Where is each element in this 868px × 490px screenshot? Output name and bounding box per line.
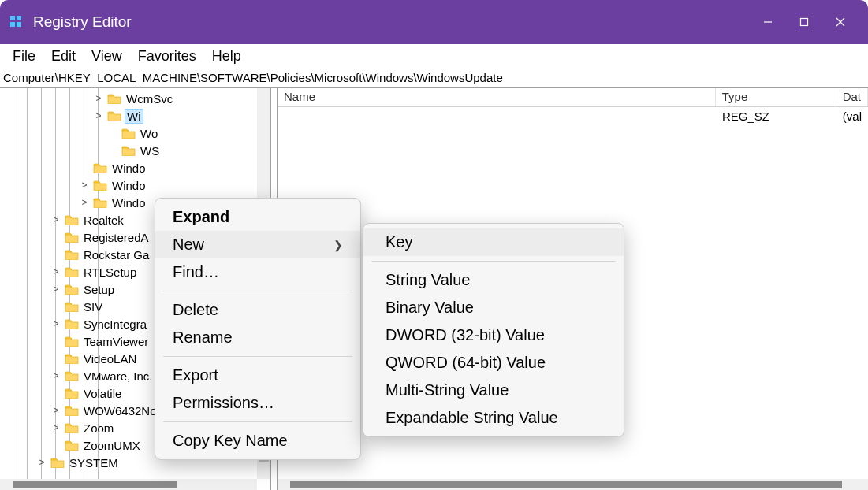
- menu-item[interactable]: Delete: [155, 296, 360, 324]
- menu-item[interactable]: Key: [363, 228, 624, 256]
- folder-icon: [121, 128, 136, 139]
- folder-icon: [93, 197, 107, 208]
- list-row[interactable]: REG_SZ(val: [278, 107, 868, 124]
- folder-icon: [65, 388, 79, 399]
- tree-item[interactable]: >Wo: [0, 124, 270, 142]
- menu-item[interactable]: Export: [155, 362, 360, 389]
- svg-rect-2: [10, 22, 15, 27]
- tree-item[interactable]: >Windo: [0, 159, 270, 176]
- chevron-right-icon[interactable]: >: [50, 318, 61, 329]
- menu-item[interactable]: New❯: [155, 231, 360, 258]
- menu-item[interactable]: Permissions…: [155, 389, 360, 417]
- list-body[interactable]: REG_SZ(val: [278, 107, 868, 124]
- menu-item-label: Key: [386, 233, 412, 251]
- chevron-right-icon[interactable]: >: [50, 249, 61, 260]
- chevron-right-icon[interactable]: >: [50, 301, 61, 312]
- menu-item[interactable]: Copy Key Name: [155, 427, 360, 455]
- chevron-right-icon: ❯: [333, 239, 343, 251]
- tree-horizontal-scrollbar[interactable]: [0, 479, 257, 490]
- tree-item-label: WcmSvc: [125, 92, 174, 106]
- menu-view[interactable]: View: [84, 46, 130, 67]
- folder-icon: [65, 232, 79, 243]
- chevron-right-icon[interactable]: >: [107, 128, 118, 139]
- column-type[interactable]: Type: [716, 88, 836, 106]
- menu-item-label: Expand: [173, 208, 229, 226]
- menu-file[interactable]: File: [5, 46, 43, 67]
- close-button[interactable]: [822, 9, 859, 35]
- menu-edit[interactable]: Edit: [43, 46, 84, 67]
- chevron-right-icon[interactable]: >: [50, 266, 61, 277]
- tree-item-label: RegisteredA: [82, 231, 151, 244]
- folder-icon: [65, 301, 79, 312]
- folder-icon: [107, 110, 121, 121]
- chevron-right-icon[interactable]: >: [79, 197, 90, 208]
- tree-item-label: RTLSetup: [82, 265, 138, 279]
- menu-item[interactable]: String Value: [363, 266, 624, 294]
- menu-item[interactable]: QWORD (64-bit) Value: [363, 349, 624, 377]
- folder-icon: [93, 162, 107, 173]
- menu-item[interactable]: DWORD (32-bit) Value: [363, 321, 624, 349]
- chevron-right-icon[interactable]: >: [50, 388, 61, 399]
- chevron-right-icon[interactable]: >: [50, 232, 61, 243]
- menu-separator: [371, 261, 616, 262]
- list-horizontal-scrollbar[interactable]: [278, 479, 868, 490]
- folder-icon: [121, 145, 136, 156]
- folder-icon: [50, 457, 65, 468]
- menu-item-label: QWORD (64-bit) Value: [386, 354, 546, 372]
- tree-item-label: Windo: [110, 161, 147, 175]
- column-name[interactable]: Name: [278, 88, 716, 106]
- chevron-right-icon[interactable]: >: [50, 214, 61, 225]
- menu-item-label: Copy Key Name: [173, 432, 288, 450]
- cell-data: (val: [836, 110, 868, 123]
- list-header: Name Type Dat: [278, 88, 868, 107]
- tree-context-submenu-new: KeyString ValueBinary ValueDWORD (32-bit…: [363, 223, 624, 437]
- chevron-right-icon[interactable]: >: [79, 180, 90, 191]
- chevron-right-icon[interactable]: >: [50, 422, 61, 433]
- menu-item[interactable]: Expandable String Value: [363, 404, 624, 432]
- menu-item[interactable]: Multi-String Value: [363, 377, 624, 404]
- tree-item-label: Wo: [139, 127, 159, 140]
- menu-item[interactable]: Expand: [155, 203, 360, 231]
- menu-item[interactable]: Binary Value: [363, 294, 624, 321]
- menu-separator: [163, 291, 352, 291]
- menu-item-label: DWORD (32-bit) Value: [386, 326, 545, 344]
- chevron-right-icon[interactable]: >: [50, 284, 61, 295]
- folder-icon: [65, 284, 79, 295]
- column-data[interactable]: Dat: [836, 88, 868, 106]
- menubar: File Edit View Favorites Help: [0, 44, 868, 69]
- tree-item[interactable]: >Wi: [0, 107, 270, 124]
- chevron-right-icon[interactable]: >: [107, 145, 118, 156]
- tree-item[interactable]: >WS: [0, 142, 270, 159]
- menu-item[interactable]: Rename: [155, 324, 360, 351]
- tree-context-menu: ExpandNew❯Find…DeleteRenameExportPermiss…: [155, 198, 361, 460]
- chevron-right-icon[interactable]: >: [50, 336, 61, 347]
- address-bar[interactable]: Computer\HKEY_LOCAL_MACHINE\SOFTWARE\Pol…: [0, 69, 868, 88]
- folder-icon: [65, 214, 79, 225]
- chevron-right-icon[interactable]: >: [50, 440, 61, 451]
- maximize-button[interactable]: [786, 9, 822, 35]
- chevron-right-icon[interactable]: >: [36, 457, 47, 468]
- menu-favorites[interactable]: Favorites: [130, 46, 204, 67]
- tree-item-label: Realtek: [82, 213, 125, 227]
- svg-rect-0: [10, 16, 15, 20]
- svg-rect-1: [17, 16, 21, 20]
- folder-icon: [65, 353, 79, 364]
- chevron-right-icon[interactable]: >: [79, 162, 90, 173]
- folder-icon: [65, 336, 79, 347]
- cell-type: REG_SZ: [716, 110, 836, 123]
- chevron-right-icon[interactable]: >: [50, 353, 61, 364]
- menu-item-label: Multi-String Value: [386, 381, 509, 399]
- tree-item[interactable]: >WcmSvc: [0, 90, 270, 107]
- minimize-button[interactable]: [750, 9, 786, 35]
- menu-help[interactable]: Help: [204, 46, 249, 67]
- app-icon: [9, 15, 24, 29]
- menu-separator: [163, 356, 352, 357]
- svg-rect-3: [17, 22, 21, 27]
- chevron-right-icon[interactable]: >: [93, 93, 104, 104]
- chevron-right-icon[interactable]: >: [93, 110, 104, 121]
- menu-item[interactable]: Find…: [155, 258, 360, 286]
- chevron-right-icon[interactable]: >: [50, 370, 61, 381]
- chevron-right-icon[interactable]: >: [50, 405, 61, 416]
- tree-item-label: Windo: [110, 196, 147, 210]
- tree-item[interactable]: >Windo: [0, 176, 270, 194]
